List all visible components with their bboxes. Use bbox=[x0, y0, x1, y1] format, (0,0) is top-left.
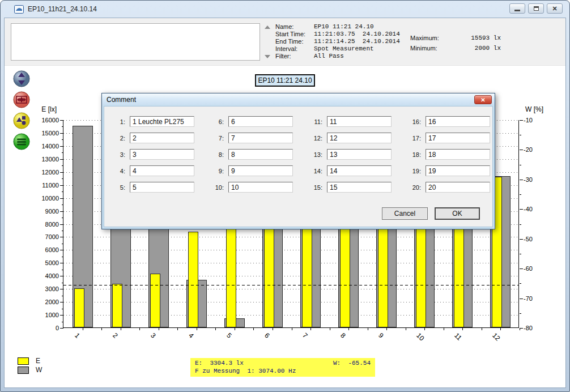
x-axis-label: 12 bbox=[491, 331, 502, 342]
x-axis-tick bbox=[159, 328, 159, 330]
right-axis-minor-tick bbox=[520, 135, 521, 135]
comment-field-label: 19: bbox=[407, 168, 421, 174]
comment-field-12[interactable] bbox=[327, 133, 392, 143]
left-axis-minor-tick bbox=[62, 191, 63, 192]
left-axis-minor-tick bbox=[62, 204, 63, 205]
x-axis-minor-tick bbox=[292, 328, 292, 330]
comment-field-15[interactable] bbox=[327, 182, 392, 193]
x-axis-minor-tick bbox=[215, 328, 216, 330]
comment-field-row: 11: bbox=[309, 113, 392, 130]
legend-item: E bbox=[18, 356, 42, 365]
comment-field-20[interactable] bbox=[426, 182, 490, 193]
readout-w-value: W: -65.54 bbox=[333, 359, 371, 367]
x-axis-minor-tick bbox=[444, 328, 444, 330]
comment-field-label: 3: bbox=[112, 151, 125, 158]
vertical-zoom-icon[interactable] bbox=[13, 70, 30, 87]
comment-field-14[interactable] bbox=[327, 165, 392, 176]
left-axis-tick bbox=[60, 120, 63, 121]
right-axis-minor-tick bbox=[520, 283, 521, 284]
left-axis-tick bbox=[60, 315, 63, 316]
comment-field-1[interactable] bbox=[130, 116, 194, 127]
comment-field-10[interactable] bbox=[228, 182, 293, 193]
dialog-titlebar[interactable]: Comment ✕ bbox=[102, 93, 495, 105]
right-axis-tick bbox=[520, 299, 523, 299]
x-axis-minor-tick bbox=[177, 328, 178, 330]
comment-field-row: 2: bbox=[112, 130, 194, 146]
info-value: Spot Measurement bbox=[314, 45, 374, 53]
cancel-button[interactable]: Cancel bbox=[382, 207, 428, 220]
comment-field-row: 7: bbox=[210, 130, 293, 146]
x-axis-label: 10 bbox=[415, 331, 426, 342]
ok-button[interactable]: OK bbox=[435, 207, 480, 220]
left-axis-minor-tick bbox=[62, 126, 63, 127]
toolbar bbox=[13, 70, 31, 154]
dataset-tab[interactable]: EP10 11:21 24.10 bbox=[255, 74, 315, 87]
left-axis-tick-label: 12000 bbox=[25, 169, 59, 176]
left-axis-minor-tick bbox=[62, 218, 63, 218]
left-axis-tick-label: 6000 bbox=[25, 246, 59, 253]
dialog-close-button[interactable]: ✕ bbox=[474, 95, 492, 104]
scroll-up-icon[interactable] bbox=[265, 25, 270, 29]
right-axis-tick bbox=[520, 269, 523, 269]
pan-move-icon[interactable] bbox=[13, 91, 30, 108]
comment-field-row: 6: bbox=[210, 113, 293, 130]
dialog-close-icon: ✕ bbox=[480, 97, 485, 103]
comment-field-5[interactable] bbox=[130, 182, 194, 193]
left-axis-tick-label: 1000 bbox=[25, 312, 59, 318]
right-axis-minor-tick bbox=[520, 165, 521, 165]
comment-field-label: 14: bbox=[309, 168, 322, 174]
dialog-content: 1:2:3:4:5:6:7:8:9:10:11:12:13:14:15:16:1… bbox=[104, 106, 493, 227]
left-axis-minor-tick bbox=[62, 244, 63, 244]
comment-field-row: 3: bbox=[112, 146, 194, 163]
comment-field-row: 10: bbox=[210, 179, 293, 195]
gridline bbox=[63, 315, 518, 316]
comment-field-7[interactable] bbox=[228, 133, 293, 143]
minimize-button[interactable] bbox=[509, 3, 525, 14]
comment-field-11[interactable] bbox=[327, 116, 392, 127]
left-axis-tick bbox=[60, 289, 63, 289]
left-axis-tick bbox=[60, 211, 63, 212]
stat-label: Maximum: bbox=[410, 33, 439, 43]
comment-field-19[interactable] bbox=[426, 165, 490, 176]
comment-field-18[interactable] bbox=[426, 149, 490, 160]
comment-field-row: 9: bbox=[210, 163, 293, 179]
x-axis-tick bbox=[121, 328, 121, 330]
comment-field-16[interactable] bbox=[426, 116, 490, 127]
comment-field-6[interactable] bbox=[228, 116, 293, 127]
comment-field-row: 16: bbox=[407, 113, 490, 130]
left-axis-tick bbox=[60, 250, 63, 250]
comment-field-17[interactable] bbox=[426, 133, 490, 143]
comment-display-box[interactable] bbox=[11, 23, 260, 61]
comment-field-3[interactable] bbox=[130, 149, 194, 160]
x-axis-label: 7 bbox=[301, 331, 309, 340]
scroll-down-icon[interactable] bbox=[265, 55, 270, 58]
right-axis-minor-tick bbox=[520, 313, 521, 314]
info-row: Name:EP10 11:21 24.10 bbox=[275, 23, 406, 31]
comment-field-row: 15: bbox=[309, 179, 392, 195]
x-axis-minor-tick bbox=[253, 328, 254, 330]
stat-label: Minimum: bbox=[410, 43, 437, 53]
left-axis-tick-label: 3000 bbox=[25, 286, 59, 292]
stat-value: 2000 lx bbox=[475, 43, 501, 53]
comment-field-label: 2: bbox=[112, 135, 125, 142]
comment-field-row: 19: bbox=[407, 163, 490, 179]
info-row: Filter:All Pass bbox=[275, 53, 406, 60]
x-axis-label: 2 bbox=[111, 331, 120, 340]
comment-field-label: 20: bbox=[407, 184, 421, 191]
bar-e-4 bbox=[188, 232, 198, 327]
window-titlebar[interactable]: EP10_11h21_24.10.14 ✕ bbox=[1, 1, 569, 18]
info-label: Name: bbox=[275, 23, 314, 31]
left-axis-tick-label: 8000 bbox=[25, 221, 59, 228]
info-scroll[interactable] bbox=[265, 24, 271, 59]
close-button[interactable]: ✕ bbox=[547, 3, 563, 14]
comment-field-4[interactable] bbox=[130, 165, 194, 176]
restore-button[interactable] bbox=[528, 3, 544, 14]
info-label: Interval: bbox=[275, 45, 314, 53]
comment-field-13[interactable] bbox=[327, 149, 392, 160]
comment-field-row: 4: bbox=[112, 163, 194, 179]
comment-field-2[interactable] bbox=[130, 133, 194, 143]
gridline bbox=[63, 250, 518, 250]
comment-field-8[interactable] bbox=[228, 149, 293, 160]
comment-field-label: 7: bbox=[210, 135, 224, 142]
comment-field-9[interactable] bbox=[228, 165, 293, 176]
